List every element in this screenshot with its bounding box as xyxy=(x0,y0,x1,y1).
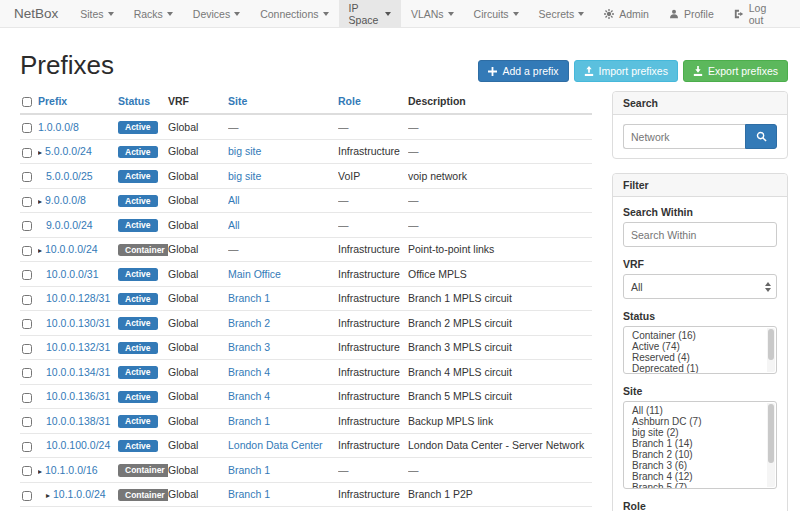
select-all-checkbox[interactable] xyxy=(22,97,32,107)
row-checkbox[interactable] xyxy=(22,270,32,280)
vrf-select[interactable]: All xyxy=(623,274,777,299)
site-link[interactable]: Branch 2 xyxy=(228,317,270,329)
search-within-input[interactable] xyxy=(623,222,777,247)
vrf-value: Global xyxy=(168,262,228,287)
import-prefixes-button[interactable]: Import prefixes xyxy=(574,60,678,82)
row-checkbox[interactable] xyxy=(22,172,32,182)
row-checkbox[interactable] xyxy=(22,319,32,329)
expand-children-icon[interactable]: ▸ xyxy=(38,197,42,206)
prefix-link[interactable]: 9.0.0.0/8 xyxy=(45,194,86,206)
expand-children-icon[interactable]: ▸ xyxy=(38,148,42,157)
search-button[interactable] xyxy=(745,124,777,149)
column-header-description: Description xyxy=(408,95,466,107)
table-row: ▸5.0.0.0/24ActiveGlobalbig siteInfrastru… xyxy=(20,139,592,164)
site-link[interactable]: Branch 1 xyxy=(228,415,270,427)
row-checkbox[interactable] xyxy=(22,148,32,158)
site-link[interactable]: London Data Center xyxy=(228,439,323,451)
nav-item-ip-space[interactable]: IP Space xyxy=(339,0,401,27)
site-link[interactable]: Branch 1 xyxy=(228,488,270,500)
nav-item-profile[interactable]: Profile xyxy=(659,0,724,27)
prefix-link[interactable]: 10.1.0.0/24 xyxy=(53,488,106,500)
listbox-option[interactable]: All (11) xyxy=(632,405,764,416)
site-listbox[interactable]: All (11)Ashburn DC (7)big site (2)Branch… xyxy=(623,401,777,489)
column-header-site[interactable]: Site xyxy=(228,95,247,107)
status-badge: Active xyxy=(118,415,158,428)
row-checkbox[interactable] xyxy=(22,466,32,476)
brand[interactable]: NetBox xyxy=(0,0,70,27)
role-value: Infrastructure xyxy=(338,360,408,385)
row-checkbox[interactable] xyxy=(22,442,32,452)
listbox-option[interactable]: Container (16) xyxy=(632,330,764,341)
listbox-option[interactable]: Branch 2 (10) xyxy=(632,449,764,460)
row-checkbox[interactable] xyxy=(22,197,32,207)
prefix-link[interactable]: 10.0.0.0/24 xyxy=(45,243,98,255)
site-link[interactable]: big site xyxy=(228,170,261,182)
row-checkbox[interactable] xyxy=(22,417,32,427)
expand-children-icon[interactable]: ▸ xyxy=(38,467,42,476)
nav-item-sites[interactable]: Sites xyxy=(70,0,123,27)
prefix-link[interactable]: 10.0.0.134/31 xyxy=(46,366,110,378)
status-badge: Active xyxy=(118,293,158,306)
role-value: VoIP xyxy=(338,164,408,189)
listbox-option[interactable]: Ashburn DC (7) xyxy=(632,416,764,427)
listbox-option[interactable]: Reserved (4) xyxy=(632,352,764,363)
column-header-prefix[interactable]: Prefix xyxy=(38,95,67,107)
site-link[interactable]: Branch 1 xyxy=(228,464,270,476)
prefix-link[interactable]: 10.0.100.0/24 xyxy=(46,439,110,451)
row-checkbox[interactable] xyxy=(22,246,32,256)
row-checkbox[interactable] xyxy=(22,491,32,501)
site-link[interactable]: Branch 4 xyxy=(228,390,270,402)
nav-item-circuits[interactable]: Circuits xyxy=(464,0,529,27)
search-input[interactable] xyxy=(623,124,745,149)
site-link[interactable]: big site xyxy=(228,145,261,157)
listbox-option[interactable]: Branch 3 (6) xyxy=(632,460,764,471)
site-link[interactable]: Main Office xyxy=(228,268,281,280)
prefix-link[interactable]: 10.1.0.0/16 xyxy=(45,464,98,476)
nav-item-devices[interactable]: Devices xyxy=(183,0,250,27)
listbox-option[interactable]: Deprecated (1) xyxy=(632,363,764,374)
column-header-status[interactable]: Status xyxy=(118,95,150,107)
site-link[interactable]: All xyxy=(228,219,240,231)
listbox-option[interactable]: big site (2) xyxy=(632,427,764,438)
nav-item-vlans[interactable]: VLANs xyxy=(401,0,464,27)
prefix-link[interactable]: 10.0.0.138/31 xyxy=(46,415,110,427)
site-link[interactable]: All xyxy=(228,194,240,206)
site-link[interactable]: Branch 4 xyxy=(228,366,270,378)
expand-children-icon[interactable]: ▸ xyxy=(38,246,42,255)
prefix-link[interactable]: 10.0.0.130/31 xyxy=(46,317,110,329)
row-checkbox[interactable] xyxy=(22,295,32,305)
listbox-option[interactable]: Branch 1 (14) xyxy=(632,438,764,449)
row-checkbox[interactable] xyxy=(22,344,32,354)
scrollbar[interactable] xyxy=(767,328,775,372)
nav-item-log-out[interactable]: Log out xyxy=(724,0,790,27)
nav-item-connections[interactable]: Connections xyxy=(250,0,338,27)
listbox-option[interactable]: Branch 4 (12) xyxy=(632,471,764,482)
site-link[interactable]: Branch 3 xyxy=(228,341,270,353)
nav-item-racks[interactable]: Racks xyxy=(124,0,183,27)
row-checkbox[interactable] xyxy=(22,221,32,231)
chevron-down-icon xyxy=(323,12,329,16)
status-badge: Active xyxy=(118,440,158,453)
site-link[interactable]: Branch 1 xyxy=(228,292,270,304)
prefix-link[interactable]: 5.0.0.0/25 xyxy=(46,170,93,182)
prefix-link[interactable]: 10.0.0.136/31 xyxy=(46,390,110,402)
listbox-option[interactable]: Branch 5 (7) xyxy=(632,482,764,489)
prefix-link[interactable]: 9.0.0.0/24 xyxy=(46,219,93,231)
add-prefix-button[interactable]: Add a prefix xyxy=(478,60,568,82)
status-listbox[interactable]: Container (16)Active (74)Reserved (4)Dep… xyxy=(623,326,777,374)
row-checkbox[interactable] xyxy=(22,368,32,378)
scrollbar[interactable] xyxy=(767,403,775,487)
prefix-link[interactable]: 10.0.0.128/31 xyxy=(46,292,110,304)
prefix-link[interactable]: 5.0.0.0/24 xyxy=(45,145,92,157)
expand-children-icon[interactable]: ▸ xyxy=(46,491,50,500)
nav-item-secrets[interactable]: Secrets xyxy=(529,0,595,27)
listbox-option[interactable]: Active (74) xyxy=(632,341,764,352)
column-header-role[interactable]: Role xyxy=(338,95,361,107)
row-checkbox[interactable] xyxy=(22,123,32,133)
prefix-link[interactable]: 10.0.0.132/31 xyxy=(46,341,110,353)
prefix-link[interactable]: 10.0.0.0/31 xyxy=(46,268,99,280)
export-prefixes-button[interactable]: Export prefixes xyxy=(683,60,788,82)
row-checkbox[interactable] xyxy=(22,393,32,403)
nav-item-admin[interactable]: Admin xyxy=(594,0,659,27)
prefix-link[interactable]: 1.0.0.0/8 xyxy=(38,121,79,133)
